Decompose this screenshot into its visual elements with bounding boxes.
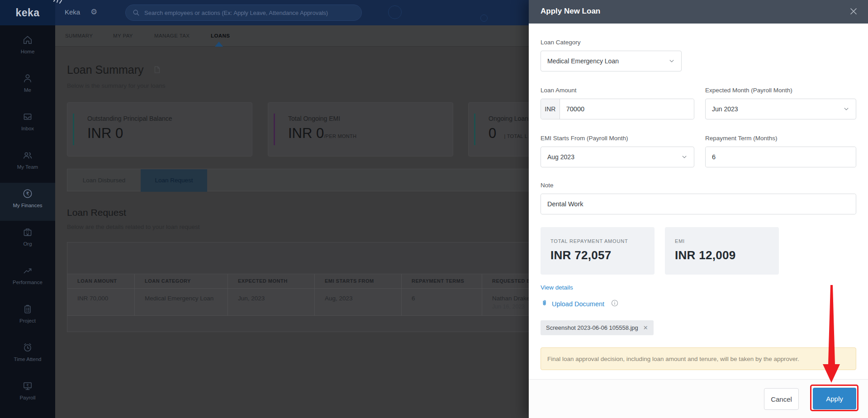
cancel-button[interactable]: Cancel — [764, 388, 799, 410]
loan-amount-label: Loan Amount — [541, 87, 577, 94]
loan-category-value: Medical Emergency Loan — [547, 57, 619, 65]
sidebar-item-my-finances[interactable]: ₹ My Finances — [0, 183, 55, 221]
sidebar-item-org[interactable]: Org — [0, 221, 55, 259]
card-suffix: /PER MONTH — [324, 133, 356, 139]
sidebar-item-label: Project — [0, 318, 55, 323]
org-icon — [22, 227, 33, 239]
sidebar: Home Me Inbox My Team ₹ My Finances Org … — [0, 25, 55, 418]
subtab-loan-request[interactable]: Loan Request — [141, 169, 207, 192]
repayment-term-label: Repayment Term (Months) — [705, 135, 778, 142]
tab-manage-tax[interactable]: MANAGE TAX — [154, 25, 190, 47]
sidebar-item-label: Time Attend — [0, 356, 55, 362]
chevron-down-icon — [681, 154, 688, 160]
note-label: Note — [541, 182, 554, 189]
sidebar-item-label: Org — [0, 241, 55, 247]
tab-summary[interactable]: SUMMARY — [65, 25, 93, 47]
column-header: EMI STARTS FROM — [315, 274, 402, 288]
modal-footer: Cancel Apply — [529, 379, 868, 418]
close-icon[interactable] — [849, 7, 858, 18]
cell-repayment-terms: 6 — [402, 289, 482, 315]
table-toolbar — [67, 242, 538, 274]
modal-header: Apply New Loan — [529, 0, 868, 24]
decorative-doodle — [480, 14, 488, 22]
expected-month-select[interactable]: Jun 2023 — [705, 99, 856, 119]
expected-month-value: Jun 2023 — [712, 105, 738, 113]
column-header: REPAYMENT TERMS — [402, 274, 482, 288]
modal-title: Apply New Loan — [541, 7, 600, 16]
table-header-row: LOAN AMOUNT LOAN CATEGORY EXPECTED MONTH… — [67, 274, 538, 289]
sidebar-item-label: Inbox — [0, 126, 55, 131]
card-label: Outstanding Principal Balance — [87, 115, 172, 122]
alarm-clock-icon — [22, 342, 33, 355]
sidebar-item-label: My Team — [0, 164, 55, 170]
sidebar-item-label: Me — [0, 87, 55, 93]
table-row: INR 70,000 Medical Emergency Loan Jun, 2… — [67, 289, 538, 316]
cell-loan-amount: INR 70,000 — [67, 289, 135, 315]
tab-my-pay[interactable]: MY PAY — [113, 25, 133, 47]
trend-icon — [22, 265, 33, 278]
note-input[interactable] — [541, 194, 856, 214]
sidebar-item-my-team[interactable]: My Team — [0, 144, 55, 182]
rupee-circle-icon: ₹ — [22, 188, 33, 201]
upload-document-row: Upload Document — [541, 299, 619, 309]
svg-text:₹: ₹ — [26, 383, 29, 388]
page-subtitle: Below is the summary for your loans — [67, 82, 166, 89]
sidebar-item-payroll[interactable]: ₹ Payroll — [0, 375, 55, 413]
loan-category-select[interactable]: Medical Emergency Loan — [541, 51, 682, 71]
emi-starts-select[interactable]: Aug 2023 — [541, 147, 694, 167]
card-value: INR 0 — [87, 125, 123, 142]
sidebar-item-inbox[interactable]: Inbox — [0, 106, 55, 144]
apply-button[interactable]: Apply — [813, 388, 856, 409]
loan-amount-input[interactable] — [560, 99, 694, 119]
sidebar-item-label: Performance — [0, 280, 55, 285]
subtab-loan-disbursed[interactable]: Loan Disbursed — [67, 169, 141, 192]
uploaded-file-name: Screenshot 2023-06-06 105558.jpg — [546, 324, 638, 331]
card-accent-bar — [73, 114, 74, 145]
search-input[interactable] — [144, 10, 355, 16]
upload-document-link[interactable]: Upload Document — [552, 300, 604, 308]
emi-value: INR 12,009 — [675, 248, 779, 262]
chevron-down-icon — [669, 58, 675, 64]
sidebar-item-project[interactable]: Project — [0, 298, 55, 336]
sidebar-item-home[interactable]: Home — [0, 29, 55, 67]
logo-spark-icon — [52, 0, 62, 5]
sidebar-item-time-attend[interactable]: Time Attend — [0, 337, 55, 375]
clipboard-icon — [22, 304, 33, 316]
keka-logo[interactable]: keka — [0, 0, 55, 25]
column-header: EXPECTED MONTH — [228, 274, 315, 288]
global-search[interactable] — [125, 5, 362, 21]
uploaded-file-chip: Screenshot 2023-06-06 105558.jpg ✕ — [541, 320, 654, 335]
home-icon — [22, 34, 33, 47]
emi-starts-value: Aug 2023 — [547, 153, 574, 161]
inbox-icon — [22, 111, 33, 124]
emi-box: EMI INR 12,009 — [665, 227, 779, 275]
expected-month-label: Expected Month (Payroll Month) — [705, 87, 792, 94]
repayment-term-input[interactable] — [706, 147, 856, 167]
loan-category-label: Loan Category — [541, 39, 581, 46]
currency-prefix: INR — [541, 99, 560, 119]
loan-request-table: LOAN AMOUNT LOAN CATEGORY EXPECTED MONTH… — [67, 242, 538, 332]
sidebar-item-label: Home — [0, 49, 55, 54]
app-name: Keka — [65, 8, 80, 16]
remove-file-icon[interactable]: ✕ — [643, 324, 648, 331]
emi-starts-label: EMI Starts From (Payroll Month) — [541, 135, 628, 142]
svg-text:₹: ₹ — [26, 191, 29, 196]
cell-expected-month: Jun, 2023 — [228, 289, 315, 315]
section-title: Loan Request — [67, 207, 126, 218]
sidebar-item-me[interactable]: Me — [0, 67, 55, 105]
cell-loan-category: Medical Emergency Loan — [135, 289, 228, 315]
info-icon[interactable] — [611, 299, 619, 309]
sidebar-item-performance[interactable]: Performance — [0, 260, 55, 298]
column-header: LOAN AMOUNT — [67, 274, 135, 288]
card-accent-bar — [474, 114, 475, 145]
view-details-link[interactable]: View details — [541, 284, 573, 291]
page-title: Loan Summary — [67, 63, 144, 76]
decorative-doodle — [388, 5, 402, 19]
total-repayment-value: INR 72,057 — [550, 248, 655, 262]
repayment-term-field — [705, 147, 856, 167]
card-label: Ongoing Loans — [489, 115, 531, 122]
loan-amount-group: INR — [541, 99, 694, 119]
gear-icon[interactable]: ⚙ — [90, 7, 97, 17]
section-subtitle: Below are the details related to your lo… — [67, 223, 199, 230]
emi-label: EMI — [675, 238, 779, 244]
